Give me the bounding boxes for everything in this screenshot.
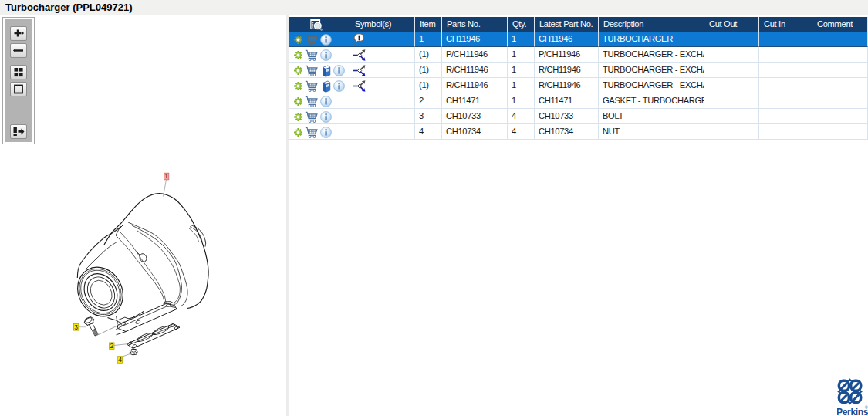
svg-text:1: 1 <box>164 172 168 180</box>
svg-text:®: ® <box>865 405 868 410</box>
svg-text:Perkins: Perkins <box>837 407 868 416</box>
svg-text:4: 4 <box>118 356 122 364</box>
svg-text:3: 3 <box>74 323 78 331</box>
svg-text:2: 2 <box>110 342 114 350</box>
